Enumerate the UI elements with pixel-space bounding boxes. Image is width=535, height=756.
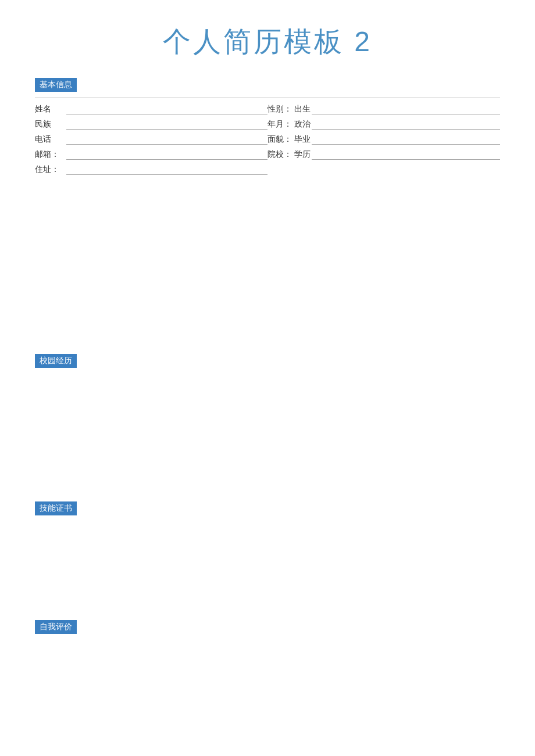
skills-content <box>35 521 500 608</box>
value-birthdate <box>312 104 500 114</box>
value-ethnicity <box>66 119 268 130</box>
info-col-left: 姓名 民族 电话 邮箱： 住址： <box>35 104 268 180</box>
info-row-year: 年月： 政治 <box>268 119 500 130</box>
value-name <box>66 104 268 114</box>
value-politics <box>312 119 500 130</box>
info-row-school: 院校： 学历 <box>268 149 500 160</box>
divider <box>35 98 500 98</box>
self-eval-content <box>35 640 500 675</box>
label-graduation: 毕业 <box>294 134 311 145</box>
info-row-name: 姓名 <box>35 104 268 114</box>
info-col-right: 性别： 出生 年月： 政治 面貌： 毕业 院校： 学历 <box>268 104 500 180</box>
skills-badge-wrapper: 技能证书 <box>35 501 500 521</box>
value-address <box>66 164 268 175</box>
label-politics: 政治 <box>294 119 311 130</box>
label-year: 年月： <box>268 119 292 130</box>
label-address: 住址： <box>35 164 64 175</box>
campus-content <box>35 374 500 490</box>
skills-section: 技能证书 <box>35 501 500 608</box>
info-row-email: 邮箱： <box>35 149 268 160</box>
campus-section: 校园经历 <box>35 354 500 490</box>
value-email <box>66 149 268 160</box>
label-school: 院校： <box>268 149 292 160</box>
self-eval-section: 自我评价 <box>35 620 500 675</box>
label-education: 学历 <box>294 149 311 160</box>
basic-info-badge: 基本信息 <box>35 78 500 98</box>
info-row-phone: 电话 <box>35 134 268 145</box>
info-row-ethnicity: 民族 <box>35 119 268 130</box>
label-phone: 电话 <box>35 134 64 145</box>
label-email: 邮箱： <box>35 149 64 160</box>
value-phone <box>66 134 268 145</box>
label-birthdate: 出生 <box>294 104 311 114</box>
campus-badge-wrapper: 校园经历 <box>35 354 500 374</box>
info-row-appearance: 面貌： 毕业 <box>268 134 500 145</box>
label-appearance: 面貌： <box>268 134 292 145</box>
self-eval-badge-wrapper: 自我评价 <box>35 620 500 640</box>
info-grid: 姓名 民族 电话 邮箱： 住址： 性别： <box>35 104 500 180</box>
label-gender: 性别： <box>268 104 292 114</box>
blank-area-top <box>35 185 500 348</box>
basic-info-section: 基本信息 姓名 民族 电话 邮箱： 住址： <box>35 78 500 180</box>
value-graduation <box>312 134 500 145</box>
info-row-address: 住址： <box>35 164 268 175</box>
value-education <box>312 149 500 160</box>
label-ethnicity: 民族 <box>35 119 64 130</box>
info-row-gender: 性别： 出生 <box>268 104 500 114</box>
page-title: 个人简历模板 2 <box>35 23 500 60</box>
label-name: 姓名 <box>35 104 64 114</box>
